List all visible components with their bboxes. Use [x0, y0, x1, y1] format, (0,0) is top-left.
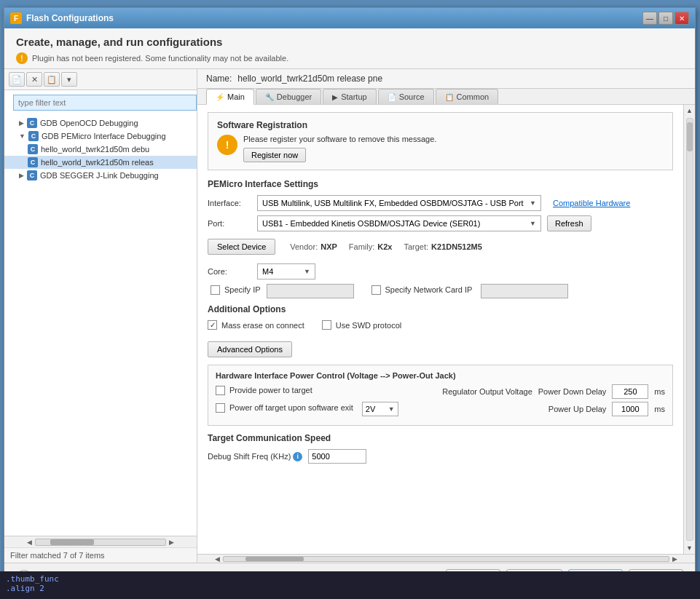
tab-common[interactable]: 📋 Common: [436, 89, 499, 104]
delete-config-button[interactable]: ✕: [26, 72, 42, 87]
core-dropdown-arrow: ▼: [304, 268, 310, 275]
config-hscroll-left[interactable]: ◀: [212, 555, 223, 563]
item-icon: C: [28, 144, 38, 154]
power-up-delay-label: Power Up Delay: [548, 405, 606, 413]
interface-row: Interface: USB Multilink, USB Multilink …: [208, 195, 673, 211]
specify-network-card-input[interactable]: [481, 284, 568, 298]
left-panel-hscroll[interactable]: ◀ ▶: [4, 536, 197, 547]
refresh-button[interactable]: Refresh: [547, 215, 591, 231]
tree-item-openocd[interactable]: ▶ C GDB OpenOCD Debugging: [4, 116, 197, 130]
specify-ip-label: Specify IP: [224, 285, 261, 294]
filter-input[interactable]: [13, 95, 197, 111]
tabs-row: ⚡ Main 🔧 Debugger ▶ Startup 📄 Source 📋: [197, 89, 695, 105]
software-registration-box: Software Registration ! Please register …: [208, 112, 673, 170]
compatible-hardware-link[interactable]: Compatible Hardware: [553, 199, 630, 207]
tab-source-label: Source: [399, 92, 425, 101]
new-config-button[interactable]: 📄: [9, 72, 25, 87]
freq-input[interactable]: [308, 449, 366, 464]
register-now-button[interactable]: Register now: [243, 148, 306, 162]
warning-text: Plugin has not been registered. Some fun…: [32, 54, 288, 63]
device-info: Vendor: NXP Family: K2x Target: K21DN512…: [290, 242, 482, 251]
code-line-1: .thumb_func: [6, 574, 694, 584]
specify-network-card-checkbox[interactable]: [371, 285, 381, 295]
tab-common-label: Common: [457, 92, 489, 101]
flash-configurations-dialog: F Flash Configurations — □ ✕ Create, man…: [4, 7, 696, 582]
expand-arrow: ▶: [19, 172, 24, 179]
tab-common-icon: 📋: [445, 93, 454, 101]
reg-message: Please register your software to remove …: [243, 135, 436, 143]
power-off-checkbox[interactable]: [216, 403, 225, 413]
tab-startup[interactable]: ▶ Startup: [323, 89, 376, 104]
tree-item-hello-debug[interactable]: C hello_world_twrk21d50m debu: [4, 143, 197, 156]
scroll-left-arrow[interactable]: ◀: [24, 539, 35, 546]
expand-arrow: ▼: [19, 132, 25, 140]
tab-debugger[interactable]: 🔧 Debugger: [256, 89, 321, 104]
power-off-checkbox-row: Power off target upon software exit: [216, 403, 353, 413]
config-hscroll-right[interactable]: ▶: [669, 555, 680, 563]
item-icon: C: [28, 131, 39, 141]
interface-combo[interactable]: USB Multilink, USB Multilink FX, Embedde…: [257, 195, 541, 211]
voltage-combo[interactable]: 2V ▼: [362, 402, 398, 416]
item-icon: C: [27, 170, 37, 181]
tab-main[interactable]: ⚡ Main: [206, 89, 254, 105]
provide-power-row: Provide power to target Regulator Output…: [216, 384, 665, 399]
hscroll-track[interactable]: [35, 539, 166, 546]
tab-startup-label: Startup: [341, 92, 366, 101]
config-vscroll[interactable]: ▲ ▼: [683, 105, 695, 554]
freq-label: Debug Shift Freq (KHz) i: [208, 452, 302, 461]
power-control-section: Hardware Interface Power Control (Voltag…: [208, 365, 673, 426]
power-up-delay-input[interactable]: [612, 402, 648, 416]
port-row: Port: USB1 - Embedded Kinetis OSBDM/OSJT…: [208, 215, 673, 231]
reg-content: ! Please register your software to remov…: [217, 135, 664, 162]
port-value: USB1 - Embedded Kinetis OSBDM/OSJTAG Dev…: [262, 219, 480, 228]
scroll-right-arrow[interactable]: ▶: [166, 539, 177, 546]
left-panel: 📄 ✕ 📋 ▾ ▶ C GDB OpenOCD Debugging ▼ C: [4, 69, 197, 563]
specify-ip-input[interactable]: [267, 284, 354, 298]
use-swd-checkbox[interactable]: [322, 320, 331, 330]
name-bar: Name: hello_world_twrk21d50m release pne: [197, 69, 695, 89]
title-bar-icon: F: [10, 12, 22, 24]
vscroll-thumb: [687, 122, 693, 151]
specify-ip-checkbox[interactable]: [211, 285, 220, 295]
regulator-section: Regulator Output Voltage Power Down Dela…: [442, 384, 665, 399]
tree-item-jlink[interactable]: ▶ C GDB SEGGER J-Link Debugging: [4, 169, 197, 182]
tab-debugger-label: Debugger: [277, 92, 312, 101]
minimize-button[interactable]: —: [642, 12, 657, 25]
provide-power-checkbox[interactable]: [216, 386, 225, 395]
tree-item-label: GDB PEMicro Interface Debugging: [42, 132, 166, 140]
config-hscroll-track[interactable]: [223, 556, 669, 562]
pemicro-section-title: PEMicro Interface Settings: [208, 179, 673, 189]
select-device-button[interactable]: Select Device: [208, 239, 275, 255]
maximize-button[interactable]: □: [658, 12, 673, 25]
core-combo[interactable]: M4 ▼: [257, 263, 315, 279]
vendor-value: NXP: [320, 242, 337, 251]
code-line-2: .align 2: [6, 584, 694, 593]
power-down-delay-label: Power Down Delay: [538, 387, 607, 396]
interface-value: USB Multilink, USB Multilink FX, Embedde…: [262, 199, 524, 207]
core-row: Core: M4 ▼: [208, 263, 673, 279]
power-down-delay-input[interactable]: [612, 384, 648, 399]
vscroll-track[interactable]: [686, 118, 693, 541]
power-up-section: Power Up Delay ms: [548, 402, 665, 416]
tree-item-label: hello_world_twrk21d50m releas: [41, 158, 154, 167]
tree-item-hello-release[interactable]: C hello_world_twrk21d50m releas: [4, 156, 197, 169]
vscroll-down-arrow[interactable]: ▼: [686, 542, 693, 554]
expand-arrow: ▶: [19, 119, 24, 127]
volt-dropdown-arrow: ▼: [388, 405, 395, 413]
advanced-options-button[interactable]: Advanced Options: [208, 341, 292, 357]
config-content: Software Registration ! Please register …: [197, 105, 683, 554]
dropdown-button[interactable]: ▾: [61, 72, 77, 87]
port-combo[interactable]: USB1 - Embedded Kinetis OSBDM/OSJTAG Dev…: [257, 215, 541, 231]
target-comm-speed-section: Target Communication Speed Debug Shift F…: [208, 433, 673, 464]
duplicate-button[interactable]: 📋: [44, 72, 60, 87]
tab-source[interactable]: 📄 Source: [378, 89, 434, 104]
regulator-label: Regulator Output Voltage: [442, 387, 532, 396]
mass-erase-checkbox[interactable]: [208, 320, 217, 330]
vscroll-up-arrow[interactable]: ▲: [686, 105, 693, 116]
mass-erase-row: Mass erase on connect Use SWD protocol: [208, 320, 673, 333]
target-label: Target:: [404, 242, 428, 251]
close-window-button[interactable]: ✕: [675, 12, 689, 25]
tree-item-pemicro[interactable]: ▼ C GDB PEMicro Interface Debugging: [4, 130, 197, 143]
provide-power-label: Provide power to target: [229, 386, 312, 394]
config-hscroll[interactable]: ◀ ▶: [197, 554, 695, 563]
